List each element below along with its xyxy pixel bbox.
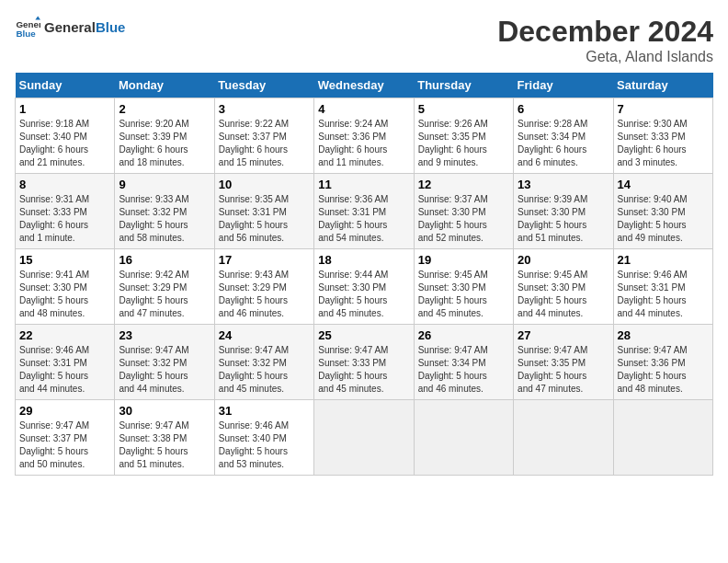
- svg-marker-2: [35, 16, 40, 19]
- calendar-cell: 10Sunrise: 9:35 AM Sunset: 3:31 PM Dayli…: [214, 174, 313, 249]
- day-number: 13: [518, 178, 609, 191]
- day-number: 20: [518, 253, 609, 267]
- location-subtitle: Geta, Aland Islands: [497, 49, 713, 65]
- header-monday: Monday: [115, 73, 214, 98]
- calendar-cell: 4Sunrise: 9:24 AM Sunset: 3:36 PM Daylig…: [314, 98, 414, 174]
- calendar-cell: 22Sunrise: 9:46 AM Sunset: 3:31 PM Dayli…: [16, 325, 115, 400]
- day-info: Sunrise: 9:47 AM Sunset: 3:38 PM Dayligh…: [119, 419, 210, 471]
- calendar-cell: 15Sunrise: 9:41 AM Sunset: 3:30 PM Dayli…: [16, 249, 115, 325]
- day-info: Sunrise: 9:41 AM Sunset: 3:30 PM Dayligh…: [19, 269, 110, 320]
- header-sunday: Sunday: [16, 73, 115, 98]
- calendar-cell: 30Sunrise: 9:47 AM Sunset: 3:38 PM Dayli…: [115, 400, 214, 476]
- calendar-cell: [613, 400, 712, 476]
- day-number: 27: [518, 328, 609, 342]
- day-number: 2: [119, 102, 210, 116]
- day-info: Sunrise: 9:24 AM Sunset: 3:36 PM Dayligh…: [318, 118, 409, 169]
- calendar-cell: 1Sunrise: 9:18 AM Sunset: 3:40 PM Daylig…: [16, 98, 115, 174]
- calendar-cell: 26Sunrise: 9:47 AM Sunset: 3:34 PM Dayli…: [414, 325, 513, 400]
- calendar-cell: 6Sunrise: 9:28 AM Sunset: 3:34 PM Daylig…: [514, 98, 613, 174]
- calendar-cell: 21Sunrise: 9:46 AM Sunset: 3:31 PM Dayli…: [613, 249, 712, 325]
- day-number: 12: [418, 178, 509, 191]
- day-info: Sunrise: 9:46 AM Sunset: 3:31 PM Dayligh…: [618, 269, 709, 320]
- day-info: Sunrise: 9:31 AM Sunset: 3:33 PM Dayligh…: [19, 193, 110, 245]
- calendar-cell: 23Sunrise: 9:47 AM Sunset: 3:32 PM Dayli…: [115, 325, 214, 400]
- day-number: 28: [618, 328, 709, 342]
- day-number: 10: [219, 178, 310, 191]
- day-number: 21: [618, 253, 709, 267]
- day-number: 19: [418, 253, 509, 267]
- calendar-cell: 18Sunrise: 9:44 AM Sunset: 3:30 PM Dayli…: [314, 249, 414, 325]
- day-info: Sunrise: 9:47 AM Sunset: 3:32 PM Dayligh…: [119, 344, 210, 396]
- day-number: 15: [19, 253, 110, 267]
- day-info: Sunrise: 9:35 AM Sunset: 3:31 PM Dayligh…: [219, 193, 310, 245]
- calendar-cell: 2Sunrise: 9:20 AM Sunset: 3:39 PM Daylig…: [115, 98, 214, 174]
- day-info: Sunrise: 9:26 AM Sunset: 3:35 PM Dayligh…: [418, 118, 509, 169]
- logo-icon: General Blue: [15, 15, 40, 40]
- calendar-cell: 24Sunrise: 9:47 AM Sunset: 3:32 PM Dayli…: [214, 325, 313, 400]
- logo-blue: Blue: [96, 19, 126, 35]
- calendar-week-1: 1Sunrise: 9:18 AM Sunset: 3:40 PM Daylig…: [16, 98, 713, 174]
- calendar-cell: 16Sunrise: 9:42 AM Sunset: 3:29 PM Dayli…: [115, 249, 214, 325]
- header-wednesday: Wednesday: [314, 73, 414, 98]
- calendar-cell: 9Sunrise: 9:33 AM Sunset: 3:32 PM Daylig…: [115, 174, 214, 249]
- day-info: Sunrise: 9:47 AM Sunset: 3:36 PM Dayligh…: [618, 344, 709, 396]
- month-year-title: December 2024: [497, 15, 713, 49]
- day-number: 5: [418, 102, 509, 116]
- day-info: Sunrise: 9:47 AM Sunset: 3:34 PM Dayligh…: [418, 344, 509, 396]
- day-number: 4: [318, 102, 409, 116]
- day-number: 14: [618, 178, 709, 191]
- calendar-cell: 5Sunrise: 9:26 AM Sunset: 3:35 PM Daylig…: [414, 98, 513, 174]
- day-info: Sunrise: 9:28 AM Sunset: 3:34 PM Dayligh…: [518, 118, 609, 169]
- day-number: 31: [219, 404, 310, 418]
- day-number: 1: [19, 102, 110, 116]
- day-number: 7: [618, 102, 709, 116]
- calendar-cell: 8Sunrise: 9:31 AM Sunset: 3:33 PM Daylig…: [16, 174, 115, 249]
- day-info: Sunrise: 9:43 AM Sunset: 3:29 PM Dayligh…: [219, 269, 310, 320]
- calendar-cell: 27Sunrise: 9:47 AM Sunset: 3:35 PM Dayli…: [514, 325, 613, 400]
- day-info: Sunrise: 9:45 AM Sunset: 3:30 PM Dayligh…: [418, 269, 509, 320]
- day-number: 8: [19, 178, 110, 191]
- day-info: Sunrise: 9:47 AM Sunset: 3:37 PM Dayligh…: [19, 419, 110, 471]
- day-info: Sunrise: 9:45 AM Sunset: 3:30 PM Dayligh…: [518, 269, 609, 320]
- calendar-cell: 17Sunrise: 9:43 AM Sunset: 3:29 PM Dayli…: [214, 249, 313, 325]
- calendar-table: SundayMondayTuesdayWednesdayThursdayFrid…: [15, 73, 713, 476]
- day-number: 25: [318, 328, 409, 342]
- day-info: Sunrise: 9:36 AM Sunset: 3:31 PM Dayligh…: [318, 193, 409, 245]
- calendar-cell: [314, 400, 414, 476]
- day-number: 22: [19, 328, 110, 342]
- day-number: 29: [19, 404, 110, 418]
- day-number: 6: [518, 102, 609, 116]
- header-tuesday: Tuesday: [214, 73, 313, 98]
- calendar-week-5: 29Sunrise: 9:47 AM Sunset: 3:37 PM Dayli…: [16, 400, 713, 476]
- calendar-cell: 19Sunrise: 9:45 AM Sunset: 3:30 PM Dayli…: [414, 249, 513, 325]
- header-thursday: Thursday: [414, 73, 513, 98]
- day-number: 18: [318, 253, 409, 267]
- calendar-cell: 14Sunrise: 9:40 AM Sunset: 3:30 PM Dayli…: [613, 174, 712, 249]
- calendar-cell: [414, 400, 513, 476]
- day-info: Sunrise: 9:40 AM Sunset: 3:30 PM Dayligh…: [618, 193, 709, 245]
- day-info: Sunrise: 9:44 AM Sunset: 3:30 PM Dayligh…: [318, 269, 409, 320]
- calendar-cell: 31Sunrise: 9:46 AM Sunset: 3:40 PM Dayli…: [214, 400, 313, 476]
- calendar-week-3: 15Sunrise: 9:41 AM Sunset: 3:30 PM Dayli…: [16, 249, 713, 325]
- calendar-week-2: 8Sunrise: 9:31 AM Sunset: 3:33 PM Daylig…: [16, 174, 713, 249]
- svg-text:Blue: Blue: [16, 29, 36, 39]
- header-friday: Friday: [514, 73, 613, 98]
- day-number: 16: [119, 253, 210, 267]
- calendar-cell: 7Sunrise: 9:30 AM Sunset: 3:33 PM Daylig…: [613, 98, 712, 174]
- calendar-cell: 3Sunrise: 9:22 AM Sunset: 3:37 PM Daylig…: [214, 98, 313, 174]
- calendar-cell: 25Sunrise: 9:47 AM Sunset: 3:33 PM Dayli…: [314, 325, 414, 400]
- day-number: 3: [219, 102, 310, 116]
- day-number: 30: [119, 404, 210, 418]
- logo: General Blue GeneralBlue: [15, 15, 125, 40]
- calendar-cell: [514, 400, 613, 476]
- calendar-cell: 12Sunrise: 9:37 AM Sunset: 3:30 PM Dayli…: [414, 174, 513, 249]
- logo-general: General: [44, 19, 96, 35]
- calendar-header-row: SundayMondayTuesdayWednesdayThursdayFrid…: [16, 73, 713, 98]
- page-header: General Blue GeneralBlue December 2024 G…: [15, 15, 713, 65]
- title-section: December 2024 Geta, Aland Islands: [497, 15, 713, 65]
- day-info: Sunrise: 9:46 AM Sunset: 3:31 PM Dayligh…: [19, 344, 110, 396]
- day-number: 9: [119, 178, 210, 191]
- day-info: Sunrise: 9:39 AM Sunset: 3:30 PM Dayligh…: [518, 193, 609, 245]
- day-number: 26: [418, 328, 509, 342]
- day-number: 23: [119, 328, 210, 342]
